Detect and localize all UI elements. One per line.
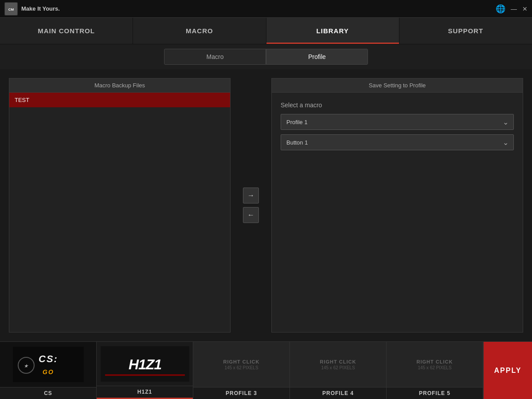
titlebar: CM Make It Yours. 🌐 — ✕ — [0, 0, 532, 18]
content-area: Macro Backup Files TEST → ← Save Setting… — [0, 69, 532, 341]
profile-item-4[interactable]: RIGHT CLICK 145 x 62 PIXELS PROFILE 4 — [290, 342, 387, 399]
profile-item-3[interactable]: RIGHT CLICK 145 x 62 PIXELS PROFILE 3 — [193, 342, 290, 399]
svg-text:CM: CM — [8, 8, 14, 12]
profile-h1z1-image: H1Z1 — [97, 342, 193, 386]
brand-logo: CM — [4, 2, 18, 16]
button-dropdown-wrapper: Button 1 Button 2 Button 3 Button 4 — [281, 134, 514, 150]
profile3-rc-dims: 145 x 62 PIXELS — [224, 365, 258, 370]
right-panel-body: Select a macro Profile 1 Profile 2 Profi… — [272, 93, 523, 332]
profile-item-cs[interactable]: CS: GO ★ CS — [0, 342, 97, 399]
right-panel: Save Setting to Profile Select a macro P… — [271, 78, 523, 332]
profile5-label: PROFILE 5 — [387, 387, 483, 399]
left-panel-header: Macro Backup Files — [9, 78, 230, 93]
profile-item-5[interactable]: RIGHT CLICK 145 x 62 PIXELS PROFILE 5 — [387, 342, 483, 399]
svg-text:CS:: CS: — [39, 353, 58, 364]
middle-arrows: → ← — [239, 78, 262, 332]
macro-list: TEST — [9, 93, 230, 332]
select-macro-label: Select a macro — [281, 102, 514, 109]
backward-arrow-button[interactable]: ← — [243, 207, 259, 223]
tab-support[interactable]: SUPPORT — [399, 18, 532, 44]
minimize-button[interactable]: — — [511, 6, 517, 12]
button-dropdown[interactable]: Button 1 Button 2 Button 3 Button 4 — [281, 134, 514, 150]
profile-cs-image: CS: GO ★ — [0, 342, 96, 387]
profile3-placeholder: RIGHT CLICK 145 x 62 PIXELS — [193, 342, 289, 387]
tab-library[interactable]: LIBRARY — [266, 18, 399, 44]
right-panel-header: Save Setting to Profile — [272, 78, 523, 93]
globe-icon[interactable]: 🌐 — [496, 4, 505, 14]
sub-tab-profile[interactable]: Profile — [266, 49, 368, 65]
profile-bar: CS: GO ★ CS H1Z1 H1Z1 RIGH — [0, 341, 532, 399]
left-panel: Macro Backup Files TEST — [9, 78, 231, 332]
svg-text:H1Z1: H1Z1 — [128, 356, 161, 372]
main-nav: MAIN CONTROL MACRO LIBRARY SUPPORT — [0, 18, 532, 44]
profile-item-h1z1[interactable]: H1Z1 H1Z1 — [97, 342, 193, 399]
tab-macro[interactable]: MACRO — [133, 18, 266, 44]
profile3-image: RIGHT CLICK 145 x 62 PIXELS — [193, 342, 289, 387]
profile5-placeholder: RIGHT CLICK 145 x 62 PIXELS — [387, 342, 483, 387]
profile-dropdown[interactable]: Profile 1 Profile 2 Profile 3 Profile 4 … — [281, 114, 514, 130]
close-button[interactable]: ✕ — [522, 6, 528, 12]
profile5-rc-dims: 145 x 62 PIXELS — [418, 365, 451, 370]
titlebar-left: CM Make It Yours. — [4, 2, 60, 16]
app-title: Make It Yours. — [21, 5, 60, 12]
profile4-placeholder: RIGHT CLICK 145 x 62 PIXELS — [290, 342, 386, 387]
svg-text:GO: GO — [43, 368, 54, 376]
profile-dropdown-wrapper: Profile 1 Profile 2 Profile 3 Profile 4 … — [281, 114, 514, 130]
macro-item-test[interactable]: TEST — [9, 93, 230, 107]
profile3-rc-text: RIGHT CLICK — [223, 359, 260, 364]
tab-main-control[interactable]: MAIN CONTROL — [0, 18, 133, 44]
titlebar-controls: 🌐 — ✕ — [496, 4, 528, 14]
profile5-image: RIGHT CLICK 145 x 62 PIXELS — [387, 342, 483, 387]
profile4-rc-text: RIGHT CLICK — [320, 359, 356, 364]
sub-tab-macro[interactable]: Macro — [164, 49, 266, 65]
sub-nav: Macro Profile — [0, 44, 532, 69]
svg-text:★: ★ — [23, 364, 28, 368]
forward-arrow-button[interactable]: → — [243, 188, 259, 203]
profile3-label: PROFILE 3 — [193, 387, 289, 399]
profile4-rc-dims: 145 x 62 PIXELS — [321, 365, 355, 370]
profile5-rc-text: RIGHT CLICK — [417, 359, 453, 364]
apply-btn-label[interactable]: APPLY — [484, 342, 532, 399]
h1z1-logo: H1Z1 — [97, 342, 193, 386]
apply-button[interactable]: APPLY — [483, 342, 532, 399]
profile-h1z1-label: H1Z1 — [97, 386, 193, 399]
profile-cs-label: CS — [0, 387, 96, 399]
profile4-label: PROFILE 4 — [290, 387, 386, 399]
csgo-logo: CS: GO ★ — [0, 342, 96, 387]
profile4-image: RIGHT CLICK 145 x 62 PIXELS — [290, 342, 386, 387]
